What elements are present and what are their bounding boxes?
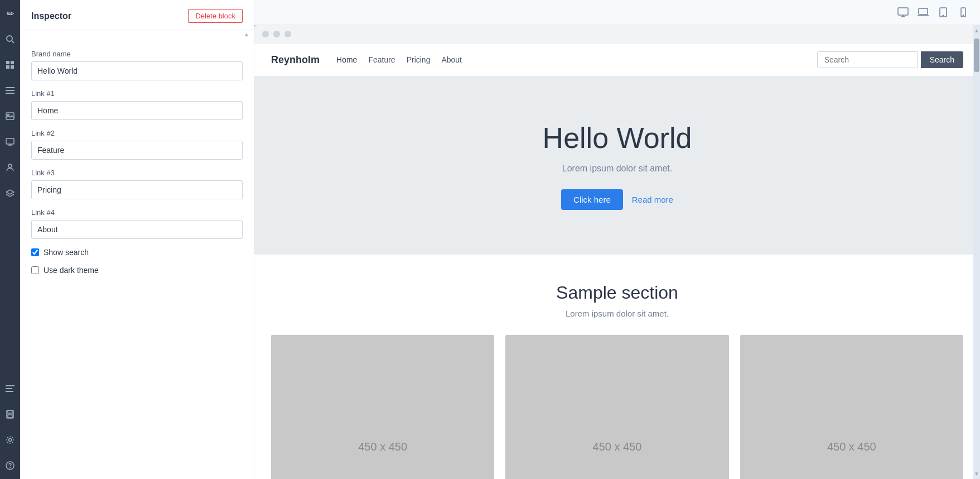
nav-link-about[interactable]: About — [441, 55, 462, 64]
nav-brand: Reynholm — [271, 54, 320, 66]
image-placeholder-3: 450 x 450 — [740, 335, 963, 479]
svg-rect-15 — [6, 385, 15, 386]
hero-section: Hello World Lorem ipsum dolor sit amet. … — [254, 76, 980, 255]
svg-rect-2 — [6, 61, 9, 64]
tablet-icon[interactable] — [935, 4, 951, 20]
dark-theme-checkbox[interactable] — [31, 266, 39, 274]
preview-area: Reynholm Home Feature Pricing About Sear… — [254, 0, 980, 479]
gear-icon[interactable] — [2, 432, 18, 448]
nav-link-feature[interactable]: Feature — [368, 55, 395, 64]
scroll-down-arrow[interactable]: ▼ — [973, 468, 980, 479]
svg-rect-4 — [6, 65, 9, 69]
brand-name-field: Brand name — [31, 50, 243, 80]
link3-field: Link #3 — [31, 169, 243, 199]
browser-dot-green — [284, 31, 291, 37]
link1-field: Link #1 — [31, 89, 243, 120]
dark-theme-label: Use dark theme — [44, 266, 99, 275]
svg-point-14 — [8, 164, 12, 167]
delete-block-button[interactable]: Delete block — [188, 9, 243, 23]
scroll-up-indicator: ▲ — [20, 30, 254, 39]
image-grid: 450 x 450 450 x 450 450 x 450 — [271, 335, 963, 479]
svg-rect-6 — [6, 87, 15, 88]
grid-icon[interactable] — [2, 57, 18, 73]
show-search-group: Show search — [31, 248, 243, 257]
preview-scrollbar[interactable]: ▲ ▼ — [973, 25, 980, 479]
preview-toolbar — [254, 0, 980, 25]
nav-search: Search — [817, 51, 963, 68]
hero-secondary-link[interactable]: Read more — [632, 195, 673, 204]
svg-point-21 — [9, 439, 12, 442]
svg-rect-20 — [8, 415, 12, 418]
monitor-icon[interactable] — [2, 134, 18, 150]
svg-rect-11 — [6, 138, 14, 144]
nav-links: Home Feature Pricing About — [336, 55, 817, 64]
help-icon[interactable] — [2, 458, 18, 473]
site-content: Reynholm Home Feature Pricing About Sear… — [254, 44, 980, 479]
desktop-icon[interactable] — [895, 4, 911, 20]
show-search-label: Show search — [44, 248, 89, 257]
laptop-icon[interactable] — [915, 4, 931, 20]
link1-label: Link #1 — [31, 89, 243, 98]
hero-subtitle: Lorem ipsum dolor sit amet. — [277, 164, 958, 174]
link2-input[interactable] — [31, 141, 243, 160]
svg-rect-3 — [11, 61, 14, 64]
image-placeholder-2-label: 450 x 450 — [593, 440, 642, 453]
search-icon[interactable] — [2, 31, 18, 47]
link4-input[interactable] — [31, 220, 243, 239]
browser-dot-red — [262, 31, 269, 37]
lines-icon[interactable] — [2, 381, 18, 396]
link3-input[interactable] — [31, 180, 243, 199]
nav-link-pricing[interactable]: Pricing — [407, 55, 431, 64]
nav-search-button[interactable]: Search — [921, 51, 963, 68]
link4-field: Link #4 — [31, 208, 243, 239]
link3-label: Link #3 — [31, 169, 243, 177]
inspector-panel: Inspector Delete block ▲ Brand name Link… — [20, 0, 254, 479]
sample-section-subtitle: Lorem ipsum dolor sit amet. — [271, 309, 963, 318]
scroll-track — [973, 36, 980, 468]
svg-point-29 — [943, 15, 943, 16]
pencil-icon[interactable]: ✏ — [2, 6, 18, 21]
svg-point-0 — [7, 36, 12, 41]
inspector-title: Inspector — [31, 11, 71, 21]
svg-point-23 — [10, 468, 11, 468]
svg-rect-24 — [898, 8, 908, 15]
browser-dot-yellow — [273, 31, 280, 37]
svg-rect-16 — [6, 388, 12, 389]
svg-rect-8 — [6, 93, 15, 94]
menu-icon[interactable] — [2, 83, 18, 98]
svg-line-1 — [12, 41, 14, 43]
link2-field: Link #2 — [31, 129, 243, 160]
link2-label: Link #2 — [31, 129, 243, 137]
user-icon[interactable] — [2, 160, 18, 175]
nav-search-input[interactable] — [817, 51, 918, 68]
hero-cta-button[interactable]: Click here — [561, 189, 623, 210]
hero-actions: Click here Read more — [277, 189, 958, 210]
image-placeholder-2: 450 x 450 — [505, 335, 728, 479]
dark-theme-group: Use dark theme — [31, 266, 243, 275]
brand-name-label: Brand name — [31, 50, 243, 58]
scroll-thumb[interactable] — [974, 39, 979, 72]
svg-rect-7 — [6, 90, 15, 91]
link4-label: Link #4 — [31, 208, 243, 217]
svg-rect-19 — [8, 410, 12, 413]
show-search-checkbox[interactable] — [31, 248, 39, 256]
svg-rect-27 — [919, 8, 928, 15]
left-toolbar: ✏ — [0, 0, 20, 479]
link1-input[interactable] — [31, 101, 243, 120]
browser-window: Reynholm Home Feature Pricing About Sear… — [254, 25, 980, 479]
nav-link-home[interactable]: Home — [336, 55, 357, 64]
scroll-up-arrow[interactable]: ▲ — [973, 25, 980, 36]
inspector-header: Inspector Delete block — [20, 0, 254, 30]
sample-section-title: Sample section — [271, 282, 963, 303]
image-placeholder-1: 450 x 450 — [271, 335, 494, 479]
hero-title: Hello World — [277, 121, 958, 155]
svg-rect-5 — [11, 65, 14, 69]
svg-point-31 — [963, 15, 963, 16]
mobile-icon[interactable] — [955, 4, 971, 20]
layers-icon[interactable] — [2, 185, 18, 201]
image-icon[interactable] — [2, 108, 18, 124]
image-placeholder-3-label: 450 x 450 — [827, 440, 876, 453]
save-icon[interactable] — [2, 406, 18, 422]
inspector-body: Brand name Link #1 Link #2 Link #3 Link … — [20, 39, 254, 286]
brand-name-input[interactable] — [31, 61, 243, 80]
